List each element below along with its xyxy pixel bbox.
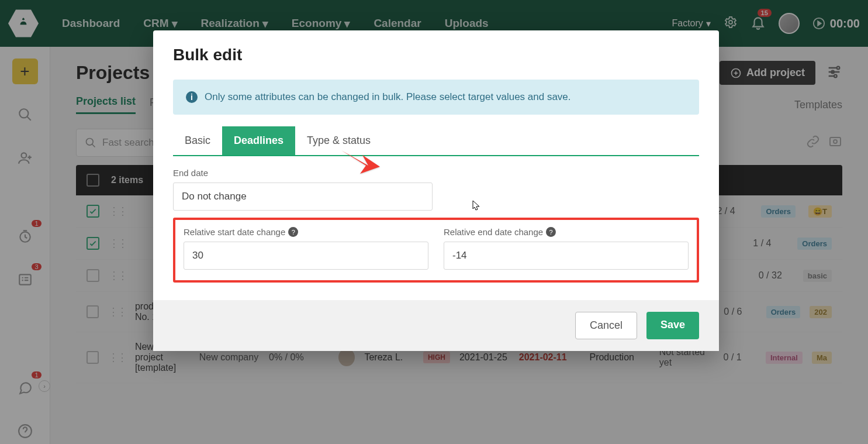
modal-tabs: Basic Deadlines Type & status bbox=[173, 126, 699, 156]
info-banner: i Only some attributes can be changed in… bbox=[173, 80, 699, 115]
info-text: Only some attributes can be changed in b… bbox=[205, 91, 571, 103]
cancel-button[interactable]: Cancel bbox=[575, 312, 637, 339]
help-icon[interactable]: ? bbox=[288, 227, 298, 237]
help-icon[interactable]: ? bbox=[546, 227, 556, 237]
modal-title: Bulk edit bbox=[173, 46, 242, 64]
end-date-label: End date bbox=[173, 168, 699, 178]
tab-type-status[interactable]: Type & status bbox=[295, 126, 382, 155]
relative-end-input[interactable] bbox=[444, 242, 689, 270]
save-button[interactable]: Save bbox=[646, 312, 699, 339]
tab-basic[interactable]: Basic bbox=[173, 126, 222, 155]
relative-start-input[interactable] bbox=[184, 242, 428, 270]
tab-deadlines[interactable]: Deadlines bbox=[222, 126, 295, 155]
end-date-input[interactable] bbox=[173, 183, 433, 211]
close-icon bbox=[685, 46, 699, 60]
annotation-highlight: Relative start date change ? Relative en… bbox=[173, 218, 699, 283]
relative-start-label: Relative start date change ? bbox=[184, 227, 428, 237]
close-button[interactable] bbox=[685, 46, 699, 64]
info-icon: i bbox=[186, 91, 198, 103]
relative-end-label: Relative end date change ? bbox=[444, 227, 689, 237]
bulk-edit-modal: Bulk edit i Only some attributes can be … bbox=[153, 30, 719, 351]
